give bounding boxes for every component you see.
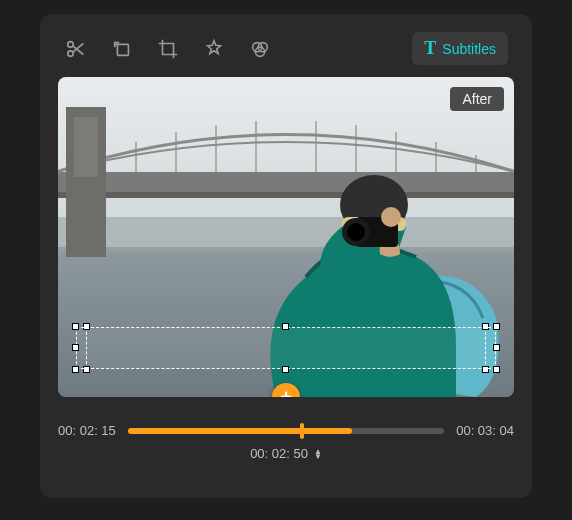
video-preview[interactable]: After + bbox=[58, 77, 514, 397]
rotate-icon[interactable] bbox=[110, 37, 134, 61]
crop-icon[interactable] bbox=[156, 37, 180, 61]
current-time-row: 00: 02: 50 ▲ ▼ bbox=[58, 446, 514, 461]
effects-icon[interactable] bbox=[202, 37, 226, 61]
handle-bottom-mid[interactable] bbox=[282, 366, 289, 373]
stepper-down-icon[interactable]: ▼ bbox=[314, 454, 322, 459]
current-time-value: 00: 02: 50 bbox=[250, 446, 308, 461]
handle-mid-right[interactable] bbox=[493, 344, 500, 351]
timeline: 00: 02: 15 00: 03: 04 bbox=[58, 423, 514, 438]
after-badge: After bbox=[450, 87, 504, 111]
timeline-track[interactable] bbox=[128, 428, 444, 434]
handle-mid-left[interactable] bbox=[72, 344, 79, 351]
subtitle-region[interactable] bbox=[76, 327, 496, 369]
svg-point-29 bbox=[347, 223, 365, 241]
subtitles-button[interactable]: T Subtitles bbox=[412, 32, 508, 65]
handle-top-mid[interactable] bbox=[282, 323, 289, 330]
svg-rect-11 bbox=[58, 172, 514, 192]
editor-panel: T Subtitles bbox=[40, 14, 532, 498]
handle-bottom-right[interactable] bbox=[493, 366, 500, 373]
subtitle-bounding-box[interactable] bbox=[76, 327, 496, 369]
subtitles-label: Subtitles bbox=[442, 41, 496, 57]
text-icon: T bbox=[424, 38, 436, 59]
handle-top-left[interactable] bbox=[72, 323, 79, 330]
svg-rect-4 bbox=[117, 44, 128, 55]
svg-point-30 bbox=[381, 207, 401, 227]
color-icon[interactable] bbox=[248, 37, 272, 61]
toolbar: T Subtitles bbox=[58, 32, 514, 77]
handle-top-right[interactable] bbox=[493, 323, 500, 330]
svg-rect-10 bbox=[58, 217, 514, 252]
time-start: 00: 02: 15 bbox=[58, 423, 116, 438]
cut-icon[interactable] bbox=[64, 37, 88, 61]
time-end: 00: 03: 04 bbox=[456, 423, 514, 438]
handle-bottom-left[interactable] bbox=[72, 366, 79, 373]
time-stepper[interactable]: ▲ ▼ bbox=[314, 449, 322, 459]
svg-rect-12 bbox=[58, 192, 514, 198]
timeline-fill bbox=[128, 428, 353, 434]
svg-rect-24 bbox=[74, 117, 98, 177]
timeline-playhead[interactable] bbox=[300, 423, 304, 439]
